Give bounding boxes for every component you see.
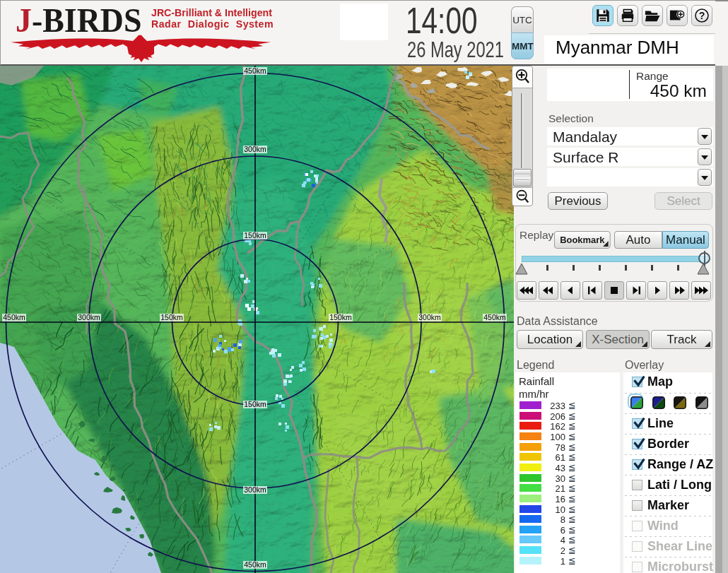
- svg-text:?: ?: [699, 10, 705, 21]
- svg-text:150km: 150km: [244, 231, 266, 240]
- svg-text:300km: 300km: [78, 313, 100, 321]
- svg-text:300km: 300km: [244, 145, 266, 153]
- svg-text:150km: 150km: [244, 400, 266, 408]
- svg-text:450km: 450km: [244, 560, 266, 569]
- svg-text:450km: 450km: [244, 66, 266, 75]
- svg-text:150km: 150km: [329, 313, 352, 321]
- svg-text:150km: 150km: [160, 313, 183, 321]
- svg-text:450km: 450km: [483, 313, 506, 321]
- svg-text:300km: 300km: [244, 485, 266, 494]
- svg-text:300km: 300km: [418, 313, 441, 321]
- svg-text:450km: 450km: [3, 313, 25, 321]
